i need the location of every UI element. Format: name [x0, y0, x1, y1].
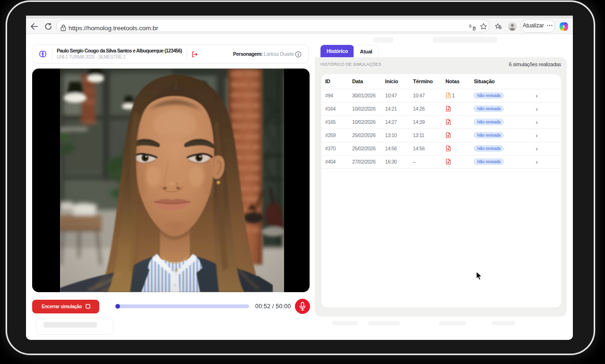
- svg-text:a: a: [469, 23, 472, 28]
